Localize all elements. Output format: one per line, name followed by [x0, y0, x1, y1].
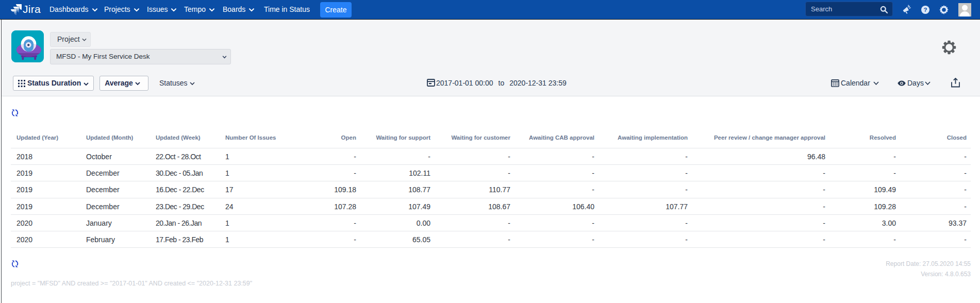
- svg-text:?: ?: [923, 7, 927, 13]
